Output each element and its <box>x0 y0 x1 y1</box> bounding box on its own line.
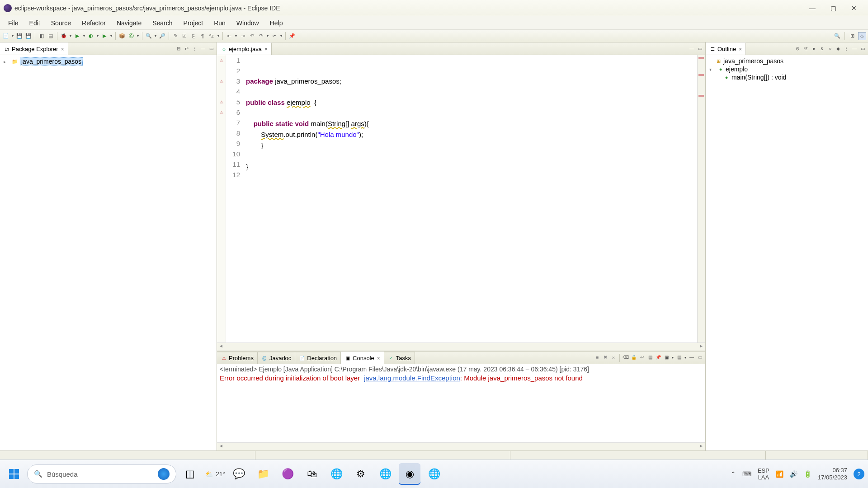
tray-keyboard-icon[interactable]: ⌨ <box>742 470 751 478</box>
volume-icon[interactable]: 🔊 <box>790 470 797 478</box>
clock[interactable]: 06:37 17/05/2023 <box>818 467 847 481</box>
taskbar-app-store[interactable]: 🛍 <box>301 463 323 485</box>
menu-source[interactable]: Source <box>46 18 76 28</box>
open-console-icon[interactable]: ▤ <box>675 354 683 361</box>
search-icon[interactable]: 🔎 <box>158 32 166 40</box>
dropdown-icon[interactable]: ▾ <box>109 34 113 38</box>
menu-refactor[interactable]: Refactor <box>76 18 111 28</box>
minimize-view-icon[interactable]: ― <box>851 45 858 52</box>
save-all-icon[interactable]: 💾 <box>24 32 33 40</box>
menu-help[interactable]: Help <box>264 18 288 28</box>
run-icon[interactable]: ▶ <box>73 32 81 40</box>
sort-icon[interactable]: ᵃz <box>208 32 216 40</box>
hide-fields-icon[interactable]: ● <box>810 45 817 52</box>
run-last-icon[interactable]: ▶ <box>100 32 108 40</box>
menu-file[interactable]: File <box>3 18 24 28</box>
dropdown-icon[interactable]: ▾ <box>266 34 269 38</box>
console-body[interactable]: <terminated> Ejemplo [Java Application] … <box>217 364 705 442</box>
dropdown-icon[interactable]: ▾ <box>82 34 86 38</box>
maximize-button[interactable]: ▢ <box>823 1 844 15</box>
new-package-icon[interactable]: 📦 <box>118 32 126 40</box>
taskbar-app-eclipse[interactable]: ◉ <box>399 463 420 485</box>
expand-icon[interactable]: ▸ <box>4 59 10 64</box>
maximize-view-icon[interactable]: ▭ <box>696 45 703 52</box>
notification-badge[interactable]: 2 <box>854 469 864 479</box>
view-menu-icon[interactable]: ⋮ <box>191 45 198 52</box>
pin-console-icon[interactable]: 📌 <box>655 354 662 361</box>
taskbar-app-copilot[interactable]: 🟣 <box>277 463 298 485</box>
wand-icon[interactable]: ✎ <box>171 32 179 40</box>
tab-ejemplo[interactable]: ♨ ejemplo.java × <box>217 42 272 55</box>
forward-icon[interactable]: ↷ <box>257 32 265 40</box>
debug-icon[interactable]: 🐞 <box>60 32 68 40</box>
task-view-icon[interactable]: ◫ <box>179 463 201 485</box>
dropdown-icon[interactable]: ▾ <box>154 34 157 38</box>
close-icon[interactable]: × <box>377 355 380 361</box>
close-icon[interactable]: × <box>61 46 64 52</box>
open-type-icon[interactable]: 🔍 <box>145 32 153 40</box>
tree-row[interactable]: ⊞ java_primeros_pasos <box>709 57 864 65</box>
tab-javadoc[interactable]: @ Javadoc <box>258 352 295 364</box>
outline-tree[interactable]: ⊞ java_primeros_pasos ▾ ● ejemplo ● main… <box>706 55 868 83</box>
language-indicator[interactable]: ESP LAA <box>758 467 769 481</box>
toggle-icon[interactable]: ◧ <box>38 32 46 40</box>
para-icon[interactable]: ¶ <box>198 32 207 40</box>
minimize-view-icon[interactable]: ― <box>199 45 207 52</box>
taskbar-app-chrome[interactable]: 🌐 <box>326 463 347 485</box>
warning-icon[interactable]: ⚠ <box>217 76 226 86</box>
maximize-view-icon[interactable]: ▭ <box>696 354 703 361</box>
tree-row[interactable]: ▾ ● ejemplo <box>709 65 864 73</box>
hide-nonpublic-icon[interactable]: ○ <box>826 45 834 52</box>
remove-launch-icon[interactable]: ✖ <box>602 354 609 361</box>
maximize-view-icon[interactable]: ▭ <box>859 45 866 52</box>
menu-edit[interactable]: Edit <box>24 18 46 28</box>
tree-label[interactable]: java_primeros_pasos <box>20 57 83 66</box>
quick-access-icon[interactable]: 🔍 <box>833 32 841 40</box>
coverage-icon[interactable]: ◐ <box>87 32 95 40</box>
menu-navigate[interactable]: Navigate <box>111 18 147 28</box>
minimize-view-icon[interactable]: ― <box>688 354 695 361</box>
tab-outline[interactable]: ☰ Outline × <box>706 42 746 55</box>
taskbar-app-chat[interactable]: 💬 <box>228 463 250 485</box>
package-tree[interactable]: ▸ 📁 java_primeros_pasos <box>0 55 217 68</box>
tab-problems[interactable]: ⚠ Problems <box>217 352 258 364</box>
bookmark-icon[interactable]: ⎘ <box>189 32 198 40</box>
warning-icon[interactable]: ⚠ <box>217 55 226 66</box>
horizontal-scrollbar[interactable] <box>217 442 705 450</box>
taskbar-search[interactable]: 🔍 Búsqueda <box>27 465 176 483</box>
menu-run[interactable]: Run <box>208 18 231 28</box>
back-icon[interactable]: ↶ <box>248 32 256 40</box>
terminate-icon[interactable]: ■ <box>594 354 601 361</box>
focus-icon[interactable]: ⊙ <box>794 45 801 52</box>
dropdown-icon[interactable]: ▾ <box>234 34 238 38</box>
close-icon[interactable]: × <box>264 46 268 52</box>
sort-icon[interactable]: ᵃz <box>802 45 809 52</box>
wifi-icon[interactable]: 📶 <box>776 470 783 478</box>
dropdown-icon[interactable]: ▾ <box>671 354 675 362</box>
editor-body[interactable]: ⚠ ⚠ ⚠ ⚠ 1 2 3 4 5 6 7 8 9 10 <box>217 55 705 343</box>
close-icon[interactable]: × <box>739 46 742 52</box>
menu-project[interactable]: Project <box>178 18 209 28</box>
line-gutter[interactable]: 1 2 3 4 5 6 7 8 9 10 11 12 <box>226 55 243 343</box>
taskbar-app-explorer[interactable]: 📁 <box>252 463 274 485</box>
close-button[interactable]: ✕ <box>844 1 864 15</box>
prev-annotation-icon[interactable]: ⇤ <box>225 32 233 40</box>
tree-row[interactable]: ▸ 📁 java_primeros_pasos <box>4 57 213 66</box>
bing-icon[interactable] <box>158 468 170 480</box>
collapse-all-icon[interactable]: ⊟ <box>175 45 182 52</box>
warning-icon[interactable]: ⚠ <box>217 107 226 117</box>
hide-static-icon[interactable]: s <box>818 45 826 52</box>
tab-console[interactable]: ▣ Console × <box>341 352 384 364</box>
hide-local-icon[interactable]: ◆ <box>835 45 842 52</box>
display-selected-icon[interactable]: ▣ <box>663 354 670 361</box>
horizontal-scrollbar[interactable] <box>217 343 705 351</box>
save-icon[interactable]: 💾 <box>15 32 24 40</box>
taskbar-app-chrome2[interactable]: 🌐 <box>374 463 396 485</box>
tab-package-explorer[interactable]: 🗂 Package Explorer × <box>0 42 68 55</box>
view-menu-icon[interactable]: ⋮ <box>843 45 850 52</box>
taskbar-app-chrome3[interactable]: 🌐 <box>423 463 445 485</box>
last-edit-icon[interactable]: ⤺ <box>270 32 278 40</box>
start-button[interactable] <box>4 464 24 484</box>
dropdown-icon[interactable]: ▾ <box>217 34 220 38</box>
pin-icon[interactable]: 📌 <box>288 32 296 40</box>
